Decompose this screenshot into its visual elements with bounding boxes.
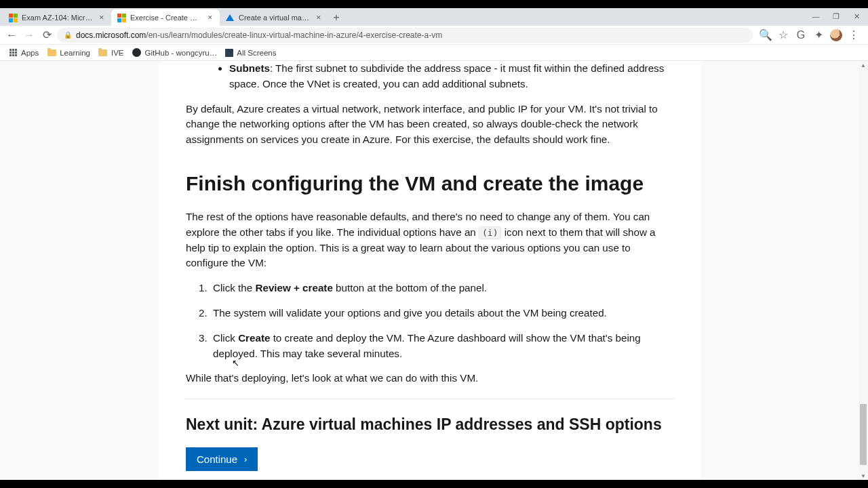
azure-favicon-icon bbox=[225, 13, 235, 22]
heading-finish-configuring: Finish configuring the VM and create the… bbox=[186, 168, 674, 199]
close-icon[interactable] bbox=[314, 14, 323, 22]
browser-window: Exam AZ-104: Microsoft Azure A Exercise … bbox=[0, 8, 868, 480]
paragraph-options: The rest of the options have reasonable … bbox=[186, 209, 674, 271]
next-unit-heading: Next unit: Azure virtual machines IP add… bbox=[186, 413, 674, 436]
continue-label: Continue bbox=[197, 453, 237, 465]
menu-icon[interactable]: ⋮ bbox=[848, 29, 860, 41]
chevron-right-icon: › bbox=[244, 454, 247, 464]
reload-button[interactable]: ⟳ bbox=[39, 28, 54, 43]
help-row: Need help? See our troubleshooting guide… bbox=[186, 471, 674, 480]
zoom-icon[interactable]: 🔍 bbox=[760, 29, 772, 41]
minimize-button[interactable]: — bbox=[806, 8, 826, 24]
tab-title: Create a virtual machine - Micro bbox=[239, 14, 310, 22]
translate-icon[interactable]: G bbox=[795, 29, 807, 41]
tab-title: Exercise - Create a Linux virtual m bbox=[130, 14, 201, 22]
tab-2[interactable]: Create a virtual machine - Micro bbox=[220, 9, 328, 26]
article-card: Subnets: The first subnet to subdivide t… bbox=[159, 61, 701, 480]
ms-favicon-icon bbox=[8, 13, 18, 22]
profile-avatar[interactable] bbox=[830, 29, 842, 41]
scroll-up-icon[interactable]: ▲ bbox=[860, 61, 867, 69]
extensions-icon[interactable]: ✦ bbox=[812, 29, 825, 41]
page-viewport: Subnets: The first subnet to subdivide t… bbox=[0, 61, 868, 480]
step-2: The system will validate your options an… bbox=[210, 306, 674, 321]
continue-button[interactable]: Continue › bbox=[186, 447, 258, 471]
info-code: (i) bbox=[479, 226, 501, 239]
bookmarks-bar: Apps Learning IVE GitHub - wongcyru… All… bbox=[0, 45, 868, 61]
bookmark-github[interactable]: GitHub - wongcyru… bbox=[132, 48, 218, 58]
maximize-button[interactable]: ❐ bbox=[826, 8, 846, 24]
section-divider bbox=[186, 399, 674, 399]
forward-button[interactable]: → bbox=[22, 28, 37, 43]
page-icon bbox=[225, 49, 233, 57]
step-3: Click Create to create and deploy the VM… bbox=[210, 331, 674, 362]
paragraph-defaults: By default, Azure creates a virtual netw… bbox=[186, 102, 674, 148]
close-icon[interactable] bbox=[205, 14, 214, 22]
folder-icon bbox=[98, 48, 108, 58]
bookmark-allscreens[interactable]: All Screens bbox=[225, 49, 276, 57]
steps-list: Click the Review + create button at the … bbox=[186, 281, 674, 361]
address-bar[interactable]: 🔒 docs.microsoft.com/en-us/learn/modules… bbox=[57, 28, 753, 43]
ms-favicon-icon bbox=[117, 13, 126, 22]
tab-1[interactable]: Exercise - Create a Linux virtual m bbox=[111, 9, 220, 26]
folder-icon bbox=[47, 48, 56, 58]
bookmark-ive[interactable]: IVE bbox=[98, 48, 124, 58]
github-icon bbox=[132, 48, 142, 58]
bookmark-learning[interactable]: Learning bbox=[47, 48, 90, 58]
scroll-thumb[interactable] bbox=[860, 404, 867, 465]
apps-button[interactable]: Apps bbox=[8, 48, 39, 58]
window-controls: — ❐ ✕ bbox=[806, 8, 867, 24]
new-tab-button[interactable] bbox=[328, 9, 344, 26]
bullet-subnets: Subnets: The first subnet to subdivide t… bbox=[229, 61, 674, 92]
lock-icon: 🔒 bbox=[64, 31, 72, 39]
tab-strip: Exam AZ-104: Microsoft Azure A Exercise … bbox=[0, 8, 868, 26]
paragraph-while-deploying: While that's deploying, let's look at wh… bbox=[186, 371, 674, 386]
url-text: docs.microsoft.com/en-us/learn/modules/c… bbox=[76, 30, 442, 40]
scroll-down-icon[interactable]: ▼ bbox=[860, 472, 867, 480]
tab-0[interactable]: Exam AZ-104: Microsoft Azure A bbox=[3, 9, 111, 26]
step-1: Click the Review + create button at the … bbox=[210, 281, 674, 296]
vertical-scrollbar[interactable]: ▲ ▼ bbox=[859, 61, 868, 480]
tab-title: Exam AZ-104: Microsoft Azure A bbox=[22, 14, 93, 22]
apps-grid-icon bbox=[8, 48, 18, 58]
browser-toolbar: ← → ⟳ 🔒 docs.microsoft.com/en-us/learn/m… bbox=[0, 26, 868, 45]
back-button[interactable]: ← bbox=[4, 28, 19, 43]
bookmark-star-icon[interactable]: ☆ bbox=[777, 29, 789, 41]
close-icon[interactable] bbox=[97, 14, 106, 22]
close-window-button[interactable]: ✕ bbox=[846, 8, 867, 24]
apps-label: Apps bbox=[21, 49, 39, 57]
